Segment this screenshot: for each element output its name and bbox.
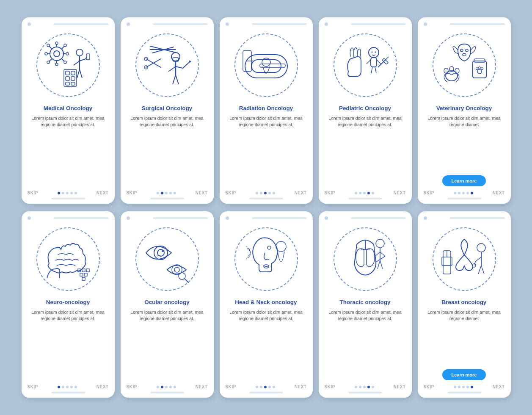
svg-rect-32: [71, 82, 75, 85]
nav-dots: [454, 386, 473, 388]
icon-veterinary-oncology: [435, 36, 494, 95]
card-text-veterinary-oncology: Lorem ipsum dolor sit dim amet, mea regi…: [424, 115, 505, 172]
next-button[interactable]: NEXT: [196, 191, 208, 195]
card-ocular-oncology: Ocular oncology Lorem ipsum dolor sit di…: [121, 211, 214, 398]
skip-button[interactable]: SKIP: [127, 191, 137, 195]
svg-rect-28: [71, 71, 75, 75]
card-breast-oncology: Breast oncology Lorem ipsum dolor sit di…: [418, 211, 511, 398]
nav-dot-4: [70, 192, 73, 194]
nav-dots: [58, 386, 77, 388]
card-nav: SKIP NEXT: [424, 385, 505, 389]
svg-line-112: [481, 266, 484, 274]
illustration-radiation-oncology: [230, 29, 302, 101]
illustration-breast-oncology: [428, 223, 500, 295]
icon-pediatric-oncology: [336, 36, 395, 95]
nav-dot-2: [161, 386, 163, 388]
top-line: [54, 217, 109, 219]
nav-dot-5: [372, 192, 374, 194]
svg-line-44: [173, 75, 176, 84]
card-nav: SKIP NEXT: [28, 191, 109, 195]
skip-button[interactable]: SKIP: [28, 385, 38, 389]
nav-dot-5: [372, 386, 374, 388]
top-dot: [424, 22, 427, 26]
svg-line-45: [176, 75, 179, 84]
svg-line-25: [80, 69, 82, 78]
nav-dot-3: [462, 192, 465, 194]
nav-dot-3: [165, 192, 168, 194]
card-neuro-oncology: Neuro-oncology Lorem ipsum dolor sit dim…: [22, 211, 115, 398]
card-medical-oncology: Medical Oncology Lorem ipsum dolor sit d…: [22, 17, 115, 204]
svg-rect-84: [84, 273, 87, 276]
card-text-radiation-oncology: Lorem ipsum dolor sit dim amet, mea regi…: [226, 115, 307, 185]
svg-line-92: [185, 279, 188, 282]
top-dot: [127, 216, 130, 220]
svg-line-102: [380, 260, 383, 269]
top-dot: [226, 216, 229, 220]
nav-dot-4: [268, 386, 271, 388]
top-line: [252, 217, 307, 219]
next-button[interactable]: NEXT: [394, 191, 406, 195]
svg-point-67: [460, 49, 463, 52]
card-top-bar: [127, 22, 208, 26]
next-button[interactable]: NEXT: [295, 385, 307, 389]
card-text-surgical-oncology: Lorem ipsum dolor sit dim amet, mea regi…: [127, 115, 208, 185]
skip-button[interactable]: SKIP: [424, 191, 434, 195]
card-text-medical-oncology: Lorem ipsum dolor sit dim amet, mea regi…: [28, 115, 109, 185]
card-text-neuro-oncology: Lorem ipsum dolor sit dim amet, mea regi…: [28, 309, 109, 379]
svg-point-68: [466, 49, 468, 52]
skip-button[interactable]: SKIP: [325, 385, 335, 389]
nav-dot-4: [367, 192, 370, 194]
next-button[interactable]: NEXT: [196, 385, 208, 389]
card-thoracic-oncology: Thoracic oncology Lorem ipsum dolor sit …: [319, 211, 412, 398]
card-title-medical-oncology: Medical Oncology: [44, 105, 93, 112]
next-button[interactable]: NEXT: [493, 191, 505, 195]
skip-button[interactable]: SKIP: [28, 191, 38, 195]
top-dot: [28, 22, 31, 26]
nav-dot-1: [157, 192, 159, 194]
nav-dot-1: [256, 386, 258, 388]
svg-rect-83: [80, 273, 83, 276]
illustration-medical-oncology: [32, 29, 104, 101]
next-button[interactable]: NEXT: [96, 191, 109, 195]
icon-neuro-oncology: [39, 230, 98, 289]
card-text-breast-oncology: Lorem ipsum dolor sit dim amet, mea regi…: [424, 309, 505, 366]
nav-dot-3: [165, 386, 168, 388]
svg-point-58: [375, 52, 376, 53]
svg-rect-59: [371, 58, 377, 67]
next-button[interactable]: NEXT: [295, 191, 307, 195]
next-button[interactable]: NEXT: [394, 385, 406, 389]
card-text-head-neck-oncology: Lorem ipsum dolor sit dim amet, mea regi…: [226, 309, 307, 379]
nav-dot-1: [58, 192, 60, 194]
learn-more-button-veterinary[interactable]: Learn more: [442, 175, 486, 186]
nav-dot-5: [273, 386, 275, 388]
skip-button[interactable]: SKIP: [424, 385, 434, 389]
skip-button[interactable]: SKIP: [226, 385, 236, 389]
bottom-bar: [249, 392, 283, 393]
nav-dot-5: [74, 386, 77, 388]
learn-more-button-breast[interactable]: Learn more: [442, 369, 486, 380]
top-line: [54, 23, 109, 25]
svg-point-97: [376, 239, 384, 248]
card-nav: SKIP NEXT: [424, 191, 505, 195]
nav-dot-1: [454, 192, 456, 194]
nav-dot-3: [66, 386, 69, 388]
nav-dot-5: [273, 192, 275, 194]
svg-line-66: [386, 57, 389, 59]
nav-dot-4: [466, 192, 469, 194]
next-button[interactable]: NEXT: [493, 385, 505, 389]
next-button[interactable]: NEXT: [96, 385, 109, 389]
nav-dot-2: [458, 192, 460, 194]
skip-button[interactable]: SKIP: [226, 191, 236, 195]
svg-line-41: [183, 63, 188, 68]
nav-dot-1: [58, 386, 60, 388]
illustration-veterinary-oncology: [428, 29, 500, 101]
card-text-thoracic-oncology: Lorem ipsum dolor sit dim amet, mea regi…: [325, 309, 406, 379]
skip-button[interactable]: SKIP: [325, 191, 335, 195]
illustration-thoracic-oncology: [329, 223, 401, 295]
top-dot: [226, 22, 229, 26]
illustration-head-neck-oncology: [230, 223, 302, 295]
nav-dot-3: [363, 386, 366, 388]
nav-dots: [157, 192, 176, 194]
card-title-pediatric-oncology: Pediatric Oncology: [339, 105, 391, 112]
skip-button[interactable]: SKIP: [127, 385, 137, 389]
